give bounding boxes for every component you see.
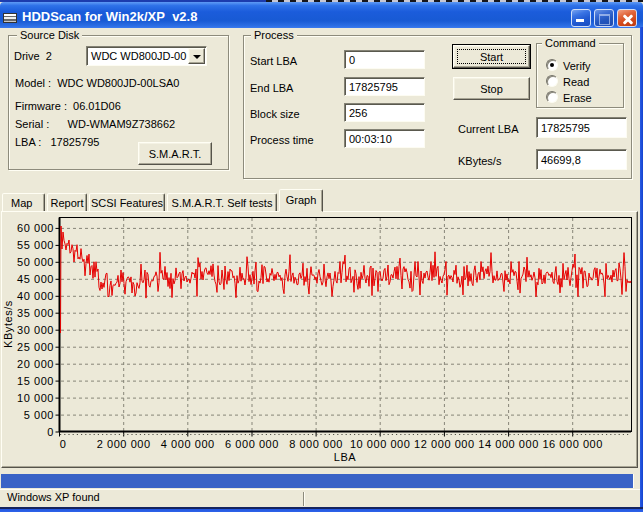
svg-text:45 000: 45 000 [17, 273, 54, 285]
svg-text:10 000: 10 000 [17, 392, 54, 404]
svg-text:10 000 000: 10 000 000 [350, 438, 411, 450]
svg-text:20 000: 20 000 [17, 358, 54, 370]
svg-text:30 000: 30 000 [17, 324, 54, 336]
svg-text:60 000: 60 000 [17, 222, 54, 234]
svg-text:2 000 000: 2 000 000 [97, 438, 151, 450]
svg-text:8 000 000: 8 000 000 [289, 438, 343, 450]
svg-text:55 000: 55 000 [17, 239, 54, 251]
svg-text:6 000 000: 6 000 000 [225, 438, 279, 450]
svg-text:12 000 000: 12 000 000 [414, 438, 475, 450]
svg-text:40 000: 40 000 [17, 290, 54, 302]
svg-text:15 000: 15 000 [17, 375, 54, 387]
svg-text:16 000 000: 16 000 000 [542, 438, 603, 450]
svg-text:50 000: 50 000 [17, 256, 54, 268]
svg-text:4 000 000: 4 000 000 [161, 438, 215, 450]
svg-text:25 000: 25 000 [17, 341, 54, 353]
svg-text:LBA: LBA [334, 451, 357, 463]
svg-text:0: 0 [47, 426, 54, 438]
svg-text:5 000: 5 000 [24, 409, 54, 421]
svg-text:35 000: 35 000 [17, 307, 54, 319]
svg-text:0: 0 [60, 438, 67, 450]
svg-text:14 000 000: 14 000 000 [478, 438, 539, 450]
svg-text:KBytes/s: KBytes/s [2, 300, 14, 348]
